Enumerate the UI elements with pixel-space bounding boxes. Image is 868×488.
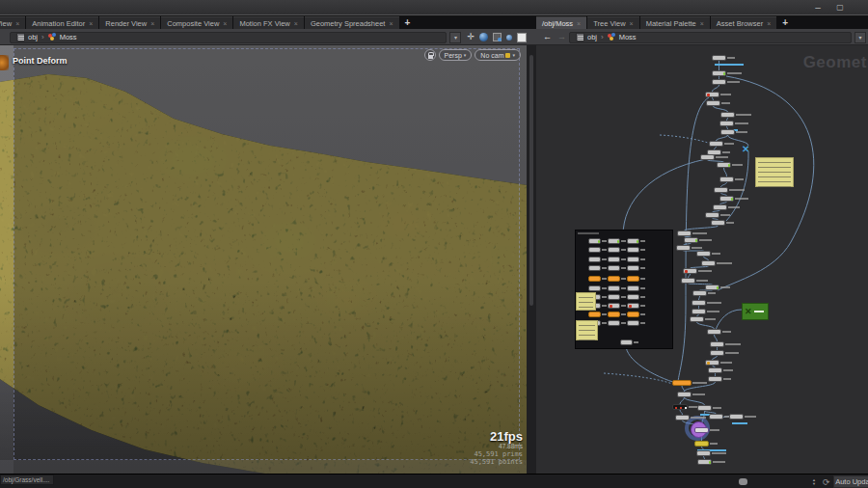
network-node[interactable]	[677, 230, 692, 236]
network-node[interactable]	[705, 285, 719, 290]
network-node[interactable]	[719, 196, 734, 202]
lock-icon[interactable]	[424, 49, 436, 61]
network-node[interactable]	[729, 414, 744, 420]
network-node[interactable]	[711, 220, 725, 226]
tab-view[interactable]: View×	[0, 16, 25, 29]
network-node[interactable]	[627, 247, 639, 253]
display-flag-icon[interactable]	[728, 164, 731, 167]
network-node[interactable]	[708, 367, 722, 373]
network-node[interactable]	[588, 257, 601, 262]
tab-material-palette[interactable]: Material Palette×	[640, 16, 710, 29]
tab-close-icon[interactable]: ×	[630, 20, 634, 27]
tab-close-icon[interactable]: ×	[700, 20, 704, 27]
network-node[interactable]	[713, 204, 727, 210]
network-node[interactable]	[701, 260, 716, 266]
sticky-note[interactable]	[576, 320, 598, 340]
network-node[interactable]	[705, 92, 719, 97]
network-node[interactable]	[620, 339, 633, 345]
geometry-cube-icon[interactable]	[493, 33, 502, 41]
persp-button[interactable]: Persp▾	[439, 49, 473, 61]
tab-render-view[interactable]: Render View×	[99, 16, 160, 29]
tab-close-icon[interactable]: ×	[389, 20, 393, 27]
network-node[interactable]	[627, 294, 639, 300]
path-root-chip[interactable]: obj	[14, 33, 41, 41]
tab-asset-browser[interactable]: Asset Browser×	[711, 16, 776, 29]
path-root-chip[interactable]: obj	[573, 33, 600, 41]
display-flag-icon[interactable]	[723, 72, 726, 75]
message-bubble-icon[interactable]	[739, 474, 752, 488]
display-flag-icon[interactable]	[617, 240, 620, 243]
network-node[interactable]	[709, 414, 723, 420]
network-node[interactable]	[684, 237, 698, 243]
path-node-chip[interactable]: Moss	[45, 33, 80, 41]
network-node[interactable]	[676, 245, 691, 251]
tab--obj-moss[interactable]: /obj/Moss×	[536, 16, 586, 29]
back-icon[interactable]: ←	[543, 30, 552, 44]
network-node[interactable]	[712, 55, 726, 61]
network-node[interactable]	[672, 404, 688, 410]
tab-geometry-spreadsheet[interactable]: Geometry Spreadsheet×	[305, 16, 399, 29]
network-editor[interactable]: Geometry ✕✕	[536, 45, 868, 474]
network-node[interactable]	[608, 312, 620, 317]
network-node[interactable]	[683, 268, 697, 274]
network-node[interactable]	[627, 312, 639, 317]
tab-close-icon[interactable]: ×	[577, 20, 581, 27]
display-flag-icon[interactable]	[731, 198, 734, 201]
scrollbar-handle[interactable]	[529, 55, 533, 306]
network-node[interactable]	[712, 79, 726, 85]
path-dropdown-button[interactable]: ▾	[854, 32, 866, 43]
network-node[interactable]	[588, 276, 601, 282]
network-node[interactable]	[588, 312, 601, 317]
tab-close-icon[interactable]: ×	[223, 20, 227, 27]
network-node[interactable]	[627, 285, 639, 291]
network-node[interactable]	[608, 303, 620, 309]
network-node[interactable]	[608, 257, 620, 262]
network-node[interactable]	[707, 329, 721, 335]
sphere-icon[interactable]	[479, 33, 488, 41]
network-node[interactable]	[692, 290, 707, 296]
network-node[interactable]: ✕	[742, 146, 755, 151]
tab-close-icon[interactable]: ×	[150, 20, 154, 27]
network-node[interactable]	[675, 415, 690, 420]
sticky-note[interactable]	[576, 292, 596, 311]
display-flag-icon[interactable]	[598, 240, 601, 243]
network-node[interactable]	[608, 247, 620, 253]
small-sphere-icon[interactable]	[506, 35, 512, 41]
network-node[interactable]	[627, 303, 639, 309]
display-flag-icon[interactable]	[717, 286, 719, 289]
add-tab-button[interactable]: +	[400, 16, 416, 29]
network-node[interactable]	[712, 70, 726, 76]
stepper-icon[interactable]: ▲▼	[812, 474, 816, 488]
tab-motion-fx-view[interactable]: Motion FX View×	[233, 16, 303, 29]
network-node[interactable]	[692, 300, 706, 306]
display-flag-icon[interactable]	[695, 239, 698, 242]
network-node[interactable]	[690, 316, 704, 322]
scene-viewport[interactable]: Point Deform Persp▾ No cam ▾ 21fps 47.88…	[0, 45, 527, 474]
network-node[interactable]	[692, 309, 706, 314]
network-node[interactable]	[720, 129, 735, 135]
sticky-note[interactable]	[755, 157, 794, 187]
tab-animation-editor[interactable]: Animation Editor×	[26, 16, 98, 29]
operation-path-field[interactable]: /obj/Grass/vell....	[0, 474, 54, 485]
network-node[interactable]	[608, 294, 620, 300]
network-node[interactable]	[694, 441, 709, 447]
network-node[interactable]	[627, 276, 639, 282]
network-node[interactable]	[588, 285, 601, 291]
tab-close-icon[interactable]: ×	[767, 20, 771, 27]
network-node[interactable]	[627, 265, 639, 271]
tab-close-icon[interactable]: ×	[294, 20, 298, 27]
network-node[interactable]	[720, 112, 735, 118]
network-node[interactable]	[714, 187, 728, 193]
path-dropdown-button[interactable]: ▾	[449, 32, 461, 43]
network-node[interactable]	[705, 212, 719, 218]
network-node[interactable]	[681, 278, 695, 284]
display-flag-icon[interactable]	[709, 461, 712, 464]
network-node[interactable]	[677, 392, 692, 397]
network-node[interactable]	[706, 100, 720, 106]
tab-close-icon[interactable]: ×	[15, 20, 19, 27]
auto-update-button[interactable]: Auto Update	[833, 475, 868, 488]
network-box-green[interactable]: ✕	[742, 303, 769, 320]
pane-divider[interactable]	[527, 45, 536, 474]
network-node[interactable]	[608, 276, 620, 282]
network-node[interactable]	[708, 376, 722, 382]
